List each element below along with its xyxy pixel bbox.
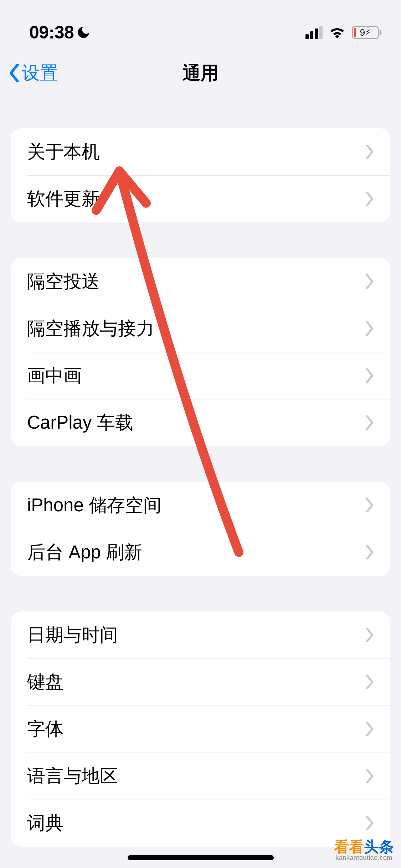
watermark: 看看头条 kankantoutiao.com — [334, 839, 394, 861]
chevron-right-icon — [365, 321, 374, 336]
row-label: 键盘 — [27, 670, 63, 694]
row-dictionary[interactable]: 词典 — [11, 800, 390, 847]
row-label: 关于本机 — [27, 140, 100, 164]
wifi-icon — [329, 26, 345, 38]
row-keyboard[interactable]: 键盘 — [11, 658, 390, 706]
row-label: 词典 — [27, 811, 63, 836]
chevron-right-icon — [365, 545, 374, 559]
settings-group-datetime: 日期与时间 键盘 字体 语言与地区 词典 — [11, 611, 390, 847]
row-label: 软件更新 — [27, 187, 100, 211]
settings-group-airdrop: 隔空投送 隔空播放与接力 画中画 CarPlay 车载 — [11, 258, 390, 446]
navigation-bar: 设置 通用 — [0, 50, 401, 96]
row-label: 隔空投送 — [27, 269, 100, 294]
settings-group-about: 关于本机 软件更新 — [11, 128, 390, 222]
row-date-time[interactable]: 日期与时间 — [11, 611, 390, 658]
row-iphone-storage[interactable]: iPhone 储存空间 — [11, 482, 390, 529]
watermark-text-1: 看看 — [334, 838, 364, 855]
row-picture-in-picture[interactable]: 画中画 — [11, 352, 390, 399]
chevron-right-icon — [365, 628, 374, 642]
chevron-right-icon — [365, 415, 374, 430]
do-not-disturb-icon — [76, 25, 91, 40]
back-label: 设置 — [22, 61, 58, 86]
row-label: 日期与时间 — [27, 623, 118, 647]
settings-content: 关于本机 软件更新 隔空投送 隔空播放与接力 画中画 CarPlay 车载 iP… — [0, 128, 401, 847]
row-label: iPhone 储存空间 — [27, 493, 161, 518]
row-fonts[interactable]: 字体 — [11, 706, 390, 753]
status-right: 9 ⚡︎ — [305, 26, 381, 39]
back-button[interactable]: 设置 — [9, 61, 58, 86]
settings-group-storage: iPhone 储存空间 后台 App 刷新 — [11, 482, 390, 576]
watermark-url: kankantoutiao.com — [334, 854, 394, 861]
battery-indicator: 9 ⚡︎ — [352, 26, 381, 39]
row-about[interactable]: 关于本机 — [11, 128, 390, 175]
chevron-right-icon — [365, 675, 374, 689]
chevron-right-icon — [365, 769, 374, 783]
battery-percent: 9 — [360, 27, 365, 38]
row-label: CarPlay 车载 — [27, 410, 133, 435]
row-label: 字体 — [27, 717, 63, 742]
page-title: 通用 — [0, 61, 401, 86]
chevron-right-icon — [365, 145, 374, 159]
chevron-right-icon — [365, 816, 374, 830]
home-indicator[interactable] — [128, 855, 274, 860]
status-time: 09:38 — [29, 22, 74, 43]
row-label: 语言与地区 — [27, 764, 118, 789]
row-label: 隔空播放与接力 — [27, 316, 154, 341]
row-label: 后台 App 刷新 — [27, 540, 142, 565]
charging-icon: ⚡︎ — [365, 28, 371, 37]
row-airdrop[interactable]: 隔空投送 — [11, 258, 390, 305]
watermark-text-2: 头条 — [364, 838, 394, 855]
cellular-signal-icon — [305, 26, 323, 39]
status-left: 09:38 — [29, 22, 91, 43]
chevron-right-icon — [365, 368, 374, 383]
row-carplay[interactable]: CarPlay 车载 — [11, 399, 390, 446]
chevron-right-icon — [365, 274, 374, 289]
row-language-region[interactable]: 语言与地区 — [11, 753, 390, 800]
row-software-update[interactable]: 软件更新 — [11, 175, 390, 222]
status-bar: 09:38 9 ⚡︎ — [0, 0, 401, 50]
row-airplay-handoff[interactable]: 隔空播放与接力 — [11, 305, 390, 352]
row-label: 画中画 — [27, 363, 82, 388]
chevron-right-icon — [365, 192, 374, 206]
chevron-right-icon — [365, 722, 374, 736]
row-background-app-refresh[interactable]: 后台 App 刷新 — [11, 529, 390, 576]
chevron-left-icon — [9, 64, 20, 82]
chevron-right-icon — [365, 498, 374, 512]
